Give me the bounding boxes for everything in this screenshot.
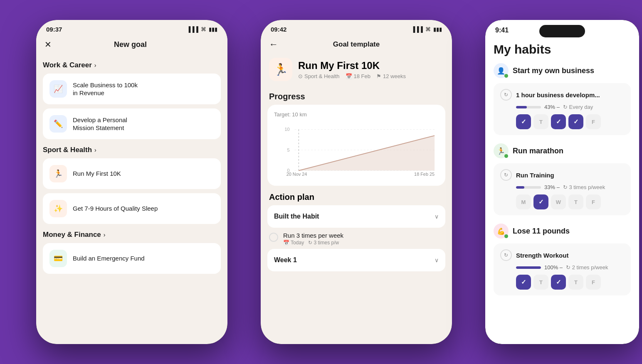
goal-item-10k[interactable]: 🏃 Run My First 10K bbox=[43, 158, 221, 189]
habit-card-3: ↻ Strength Workout 100% – ↻ 2 times p/we… bbox=[494, 243, 631, 295]
habit-checkbox[interactable] bbox=[269, 233, 278, 242]
status-bar-2: 09:42 ▐▐▐ ⌘ ▮▮▮ bbox=[261, 20, 452, 36]
habit-group-weight: 💪 Lose 11 pounds ↻ Strength Workout 100%… bbox=[485, 224, 639, 295]
accordion-built-habit[interactable]: Built the Habit ∨ bbox=[267, 205, 445, 228]
goal-item-sleep[interactable]: ✨ Get 7-9 Hours of Quality Sleep bbox=[43, 193, 221, 224]
habit-progress-2: 33% – ↻ 3 times p/week bbox=[500, 184, 624, 190]
status-time-3: 9:41 bbox=[495, 27, 509, 34]
habits-title: My habits bbox=[485, 37, 639, 63]
back-nav: ← Goal template bbox=[261, 36, 452, 51]
day-btn-1-t2[interactable] bbox=[568, 114, 583, 129]
accordion-week1[interactable]: Week 1 ∨ bbox=[267, 249, 445, 271]
progress-card: Target: 10 km 10 5 0 bbox=[267, 105, 445, 186]
habit-card-1: ↻ 1 hour business developm... 43% – ↻ Ev… bbox=[494, 83, 631, 135]
category-title-3: Money & Finance bbox=[43, 231, 101, 239]
phone-1: 09:37 ▐▐▐ ⌘ ▮▮▮ ✕ New goal Work & Career… bbox=[36, 20, 227, 344]
goal-label-10k: Run My First 10K bbox=[73, 170, 121, 178]
day-row-2: M W T F bbox=[500, 194, 624, 209]
goal-icon-scale: 📈 bbox=[49, 80, 67, 98]
goal-date: 📅 18 Feb bbox=[346, 73, 370, 79]
progress-bar-fill-3 bbox=[516, 266, 541, 269]
svg-text:20 Nov 24: 20 Nov 24 bbox=[286, 172, 307, 177]
phone-3: 9:41 icons My habits 👤 Start my own busi… bbox=[485, 20, 639, 344]
progress-bar-wrap-2 bbox=[516, 186, 541, 189]
sparkle-icon: ✨ bbox=[54, 204, 63, 213]
day-row-1: T F bbox=[500, 114, 624, 129]
goal-name: Run My First 10K bbox=[298, 60, 406, 71]
accordion-label-2: Week 1 bbox=[274, 256, 297, 264]
goal-header-info: Run My First 10K ⊙ Sport & Health 📅 18 F… bbox=[298, 60, 406, 79]
screen-title-1: New goal bbox=[114, 40, 147, 49]
habit-item-run: Run 3 times per week 📅 Today ↻ 3 times p… bbox=[267, 232, 445, 246]
accordion-arrow-1: ∨ bbox=[435, 213, 439, 220]
status-dot-3 bbox=[504, 234, 508, 238]
screen-title-2: Goal template bbox=[333, 40, 380, 49]
habit-card-2: ↻ Run Training 33% – ↻ 3 times p/week M … bbox=[494, 163, 631, 215]
category-work-career[interactable]: Work & Career › bbox=[43, 61, 221, 69]
category-title-2: Sport & Health bbox=[43, 146, 92, 154]
day-btn-3-t1[interactable]: T bbox=[533, 275, 548, 290]
day-btn-2-f[interactable]: F bbox=[586, 194, 601, 209]
habit-progress-3: 100% – ↻ 2 times p/week bbox=[500, 264, 624, 271]
goal-duration: ⚑ 12 weeks bbox=[376, 73, 406, 79]
goal-item-emergency-fund[interactable]: 💳 Build an Emergency Fund bbox=[43, 243, 221, 274]
day-btn-3-f[interactable]: F bbox=[586, 275, 601, 290]
avatar-marathon: 🏃 bbox=[494, 143, 509, 158]
refresh-icon-2: ↻ bbox=[500, 169, 512, 181]
habit-group-header-2: 🏃 Run marathon bbox=[494, 143, 631, 158]
goal-icon-mission: ✏️ bbox=[49, 115, 67, 133]
status-time-2: 09:42 bbox=[271, 26, 286, 33]
day-btn-2-w[interactable]: W bbox=[551, 194, 566, 209]
close-button[interactable]: ✕ bbox=[44, 39, 52, 49]
progress-title: Progress bbox=[261, 88, 452, 105]
day-btn-1-w[interactable] bbox=[551, 114, 566, 129]
day-btn-2-t2[interactable]: T bbox=[568, 194, 583, 209]
goal-meta: ⊙ Sport & Health 📅 18 Feb ⚑ 12 weeks bbox=[298, 73, 406, 79]
goal-label-scale: Scale Business to 100kin Revenue bbox=[73, 81, 138, 97]
progress-bar-fill-1 bbox=[516, 106, 527, 108]
category-arrow-2: › bbox=[94, 147, 96, 153]
progress-bar-fill-2 bbox=[516, 186, 524, 189]
day-btn-1-s[interactable] bbox=[516, 114, 531, 129]
svg-text:18 Feb 25: 18 Feb 25 bbox=[414, 172, 435, 177]
status-time-1: 09:37 bbox=[46, 26, 62, 33]
goal-label-fund: Build an Emergency Fund bbox=[73, 254, 145, 263]
day-btn-3-w[interactable] bbox=[551, 275, 566, 290]
habit-group-header-3: 💪 Lose 11 pounds bbox=[494, 224, 631, 239]
habit-freq-2: ↻ 3 times p/week bbox=[563, 184, 605, 190]
day-btn-2-t1[interactable] bbox=[533, 194, 548, 209]
status-dot-1 bbox=[504, 74, 508, 78]
day-btn-1-f[interactable]: F bbox=[586, 114, 601, 129]
back-button[interactable]: ← bbox=[269, 39, 278, 50]
day-btn-1-t1[interactable]: T bbox=[533, 114, 548, 129]
habit-group-business: 👤 Start my own business ↻ 1 hour busines… bbox=[485, 63, 639, 135]
goal-category: ⊙ Sport & Health bbox=[298, 73, 340, 79]
habit-card-header-2: ↻ Run Training bbox=[500, 169, 624, 181]
habit-pct-2: 33% – bbox=[544, 184, 560, 190]
goal-icon-sleep: ✨ bbox=[49, 200, 67, 217]
goal-item-mission[interactable]: ✏️ Develop a PersonalMission Statement bbox=[43, 108, 221, 139]
calendar-icon: 📅 bbox=[346, 73, 352, 79]
status-dot-2 bbox=[504, 154, 508, 158]
battery-icon-2: ▮▮▮ bbox=[433, 26, 442, 32]
habit-pct-3: 100% – bbox=[544, 264, 563, 271]
phone-2: 09:42 ▐▐▐ ⌘ ▮▮▮ ← Goal template 🏃 Run My… bbox=[261, 20, 452, 344]
running-icon: 🏃 bbox=[54, 169, 63, 178]
dynamic-island bbox=[539, 25, 585, 37]
habit-group-name-1: Start my own business bbox=[513, 66, 594, 75]
pencil-icon: ✏️ bbox=[54, 119, 63, 128]
day-btn-2-m[interactable]: M bbox=[516, 194, 531, 209]
day-btn-3-s[interactable] bbox=[516, 275, 531, 290]
habit-text: Run 3 times per week bbox=[283, 232, 343, 239]
category-money-finance[interactable]: Money & Finance › bbox=[43, 231, 221, 239]
category-sport-health[interactable]: Sport & Health › bbox=[43, 146, 221, 154]
habit-freq-1: ↻ Every day bbox=[563, 104, 593, 110]
nav-bar-1: ✕ New goal bbox=[36, 36, 227, 54]
habit-group-name-2: Run marathon bbox=[513, 147, 563, 155]
goal-item-scale-business[interactable]: 📈 Scale Business to 100kin Revenue bbox=[43, 74, 221, 104]
habit-item-content: Run 3 times per week 📅 Today ↻ 3 times p… bbox=[283, 232, 343, 246]
action-plan-title: Action plan bbox=[261, 186, 452, 205]
signal-icon-2: ▐▐▐ bbox=[411, 26, 423, 32]
svg-text:10: 10 bbox=[285, 127, 290, 132]
day-btn-3-t2[interactable]: T bbox=[568, 275, 583, 290]
